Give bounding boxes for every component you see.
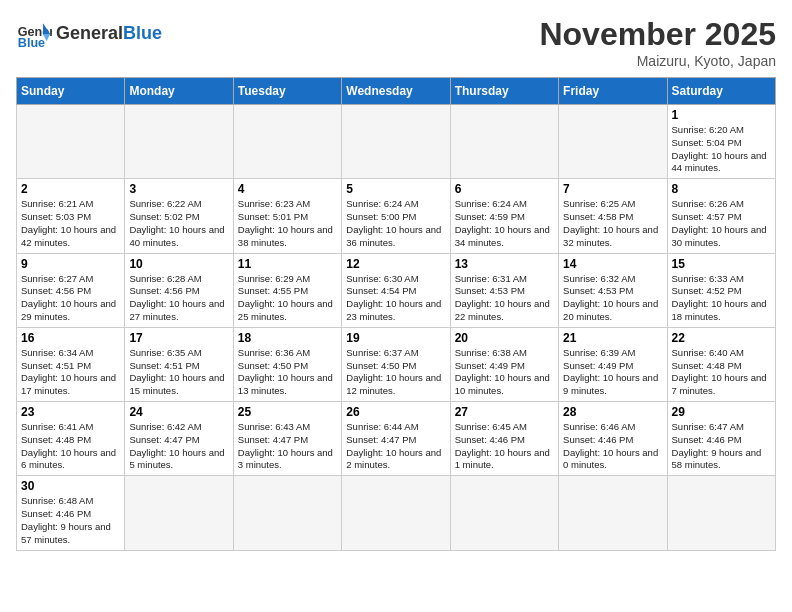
day-number: 8 <box>672 182 771 196</box>
day-cell: 12Sunrise: 6:30 AM Sunset: 4:54 PM Dayli… <box>342 253 450 327</box>
weekday-header-monday: Monday <box>125 78 233 105</box>
day-cell: 28Sunrise: 6:46 AM Sunset: 4:46 PM Dayli… <box>559 402 667 476</box>
day-cell: 18Sunrise: 6:36 AM Sunset: 4:50 PM Dayli… <box>233 327 341 401</box>
day-info: Sunrise: 6:35 AM Sunset: 4:51 PM Dayligh… <box>129 347 228 398</box>
day-number: 22 <box>672 331 771 345</box>
day-number: 16 <box>21 331 120 345</box>
day-number: 24 <box>129 405 228 419</box>
day-number: 28 <box>563 405 662 419</box>
week-row-5: 30Sunrise: 6:48 AM Sunset: 4:46 PM Dayli… <box>17 476 776 550</box>
day-info: Sunrise: 6:45 AM Sunset: 4:46 PM Dayligh… <box>455 421 554 472</box>
week-row-0: 1Sunrise: 6:20 AM Sunset: 5:04 PM Daylig… <box>17 105 776 179</box>
day-info: Sunrise: 6:41 AM Sunset: 4:48 PM Dayligh… <box>21 421 120 472</box>
day-number: 29 <box>672 405 771 419</box>
day-cell <box>450 105 558 179</box>
week-row-4: 23Sunrise: 6:41 AM Sunset: 4:48 PM Dayli… <box>17 402 776 476</box>
day-info: Sunrise: 6:20 AM Sunset: 5:04 PM Dayligh… <box>672 124 771 175</box>
day-number: 12 <box>346 257 445 271</box>
day-number: 13 <box>455 257 554 271</box>
day-number: 5 <box>346 182 445 196</box>
day-cell: 16Sunrise: 6:34 AM Sunset: 4:51 PM Dayli… <box>17 327 125 401</box>
calendar-body: 1Sunrise: 6:20 AM Sunset: 5:04 PM Daylig… <box>17 105 776 551</box>
day-info: Sunrise: 6:32 AM Sunset: 4:53 PM Dayligh… <box>563 273 662 324</box>
day-cell: 27Sunrise: 6:45 AM Sunset: 4:46 PM Dayli… <box>450 402 558 476</box>
day-number: 30 <box>21 479 120 493</box>
weekday-header-saturday: Saturday <box>667 78 775 105</box>
day-cell: 24Sunrise: 6:42 AM Sunset: 4:47 PM Dayli… <box>125 402 233 476</box>
day-info: Sunrise: 6:33 AM Sunset: 4:52 PM Dayligh… <box>672 273 771 324</box>
day-info: Sunrise: 6:39 AM Sunset: 4:49 PM Dayligh… <box>563 347 662 398</box>
day-cell: 3Sunrise: 6:22 AM Sunset: 5:02 PM Daylig… <box>125 179 233 253</box>
day-info: Sunrise: 6:23 AM Sunset: 5:01 PM Dayligh… <box>238 198 337 249</box>
calendar-table: SundayMondayTuesdayWednesdayThursdayFrid… <box>16 77 776 551</box>
day-info: Sunrise: 6:27 AM Sunset: 4:56 PM Dayligh… <box>21 273 120 324</box>
day-info: Sunrise: 6:47 AM Sunset: 4:46 PM Dayligh… <box>672 421 771 472</box>
day-cell: 2Sunrise: 6:21 AM Sunset: 5:03 PM Daylig… <box>17 179 125 253</box>
day-cell: 22Sunrise: 6:40 AM Sunset: 4:48 PM Dayli… <box>667 327 775 401</box>
day-cell <box>667 476 775 550</box>
day-number: 17 <box>129 331 228 345</box>
day-number: 14 <box>563 257 662 271</box>
day-info: Sunrise: 6:28 AM Sunset: 4:56 PM Dayligh… <box>129 273 228 324</box>
day-info: Sunrise: 6:26 AM Sunset: 4:57 PM Dayligh… <box>672 198 771 249</box>
day-number: 4 <box>238 182 337 196</box>
logo: General Blue GeneralBlue <box>16 16 162 52</box>
day-info: Sunrise: 6:31 AM Sunset: 4:53 PM Dayligh… <box>455 273 554 324</box>
day-number: 20 <box>455 331 554 345</box>
day-cell: 15Sunrise: 6:33 AM Sunset: 4:52 PM Dayli… <box>667 253 775 327</box>
day-cell <box>342 476 450 550</box>
day-number: 6 <box>455 182 554 196</box>
day-cell <box>559 476 667 550</box>
weekday-header-row: SundayMondayTuesdayWednesdayThursdayFrid… <box>17 78 776 105</box>
day-number: 1 <box>672 108 771 122</box>
day-info: Sunrise: 6:48 AM Sunset: 4:46 PM Dayligh… <box>21 495 120 546</box>
svg-text:Blue: Blue <box>18 36 45 50</box>
logo-icon: General Blue <box>16 16 52 52</box>
day-info: Sunrise: 6:21 AM Sunset: 5:03 PM Dayligh… <box>21 198 120 249</box>
day-info: Sunrise: 6:34 AM Sunset: 4:51 PM Dayligh… <box>21 347 120 398</box>
day-cell <box>559 105 667 179</box>
day-info: Sunrise: 6:24 AM Sunset: 5:00 PM Dayligh… <box>346 198 445 249</box>
day-number: 9 <box>21 257 120 271</box>
day-cell <box>17 105 125 179</box>
day-cell <box>233 476 341 550</box>
day-cell <box>342 105 450 179</box>
day-number: 25 <box>238 405 337 419</box>
weekday-header-friday: Friday <box>559 78 667 105</box>
day-number: 15 <box>672 257 771 271</box>
day-number: 26 <box>346 405 445 419</box>
day-cell: 17Sunrise: 6:35 AM Sunset: 4:51 PM Dayli… <box>125 327 233 401</box>
day-cell <box>125 476 233 550</box>
day-cell: 25Sunrise: 6:43 AM Sunset: 4:47 PM Dayli… <box>233 402 341 476</box>
day-cell: 8Sunrise: 6:26 AM Sunset: 4:57 PM Daylig… <box>667 179 775 253</box>
day-number: 27 <box>455 405 554 419</box>
weekday-header-sunday: Sunday <box>17 78 125 105</box>
day-cell: 1Sunrise: 6:20 AM Sunset: 5:04 PM Daylig… <box>667 105 775 179</box>
day-number: 19 <box>346 331 445 345</box>
day-cell: 7Sunrise: 6:25 AM Sunset: 4:58 PM Daylig… <box>559 179 667 253</box>
day-cell <box>125 105 233 179</box>
day-cell: 9Sunrise: 6:27 AM Sunset: 4:56 PM Daylig… <box>17 253 125 327</box>
day-number: 18 <box>238 331 337 345</box>
day-cell: 19Sunrise: 6:37 AM Sunset: 4:50 PM Dayli… <box>342 327 450 401</box>
day-cell: 6Sunrise: 6:24 AM Sunset: 4:59 PM Daylig… <box>450 179 558 253</box>
day-cell <box>233 105 341 179</box>
day-info: Sunrise: 6:40 AM Sunset: 4:48 PM Dayligh… <box>672 347 771 398</box>
day-number: 21 <box>563 331 662 345</box>
day-cell <box>450 476 558 550</box>
week-row-2: 9Sunrise: 6:27 AM Sunset: 4:56 PM Daylig… <box>17 253 776 327</box>
page-header: General Blue GeneralBlue November 2025 M… <box>16 16 776 69</box>
day-number: 7 <box>563 182 662 196</box>
day-info: Sunrise: 6:22 AM Sunset: 5:02 PM Dayligh… <box>129 198 228 249</box>
day-info: Sunrise: 6:44 AM Sunset: 4:47 PM Dayligh… <box>346 421 445 472</box>
logo-text: GeneralBlue <box>56 24 162 44</box>
day-cell: 21Sunrise: 6:39 AM Sunset: 4:49 PM Dayli… <box>559 327 667 401</box>
day-cell: 11Sunrise: 6:29 AM Sunset: 4:55 PM Dayli… <box>233 253 341 327</box>
day-info: Sunrise: 6:42 AM Sunset: 4:47 PM Dayligh… <box>129 421 228 472</box>
calendar-subtitle: Maizuru, Kyoto, Japan <box>539 53 776 69</box>
day-info: Sunrise: 6:46 AM Sunset: 4:46 PM Dayligh… <box>563 421 662 472</box>
day-info: Sunrise: 6:25 AM Sunset: 4:58 PM Dayligh… <box>563 198 662 249</box>
day-number: 11 <box>238 257 337 271</box>
title-block: November 2025 Maizuru, Kyoto, Japan <box>539 16 776 69</box>
day-cell: 29Sunrise: 6:47 AM Sunset: 4:46 PM Dayli… <box>667 402 775 476</box>
